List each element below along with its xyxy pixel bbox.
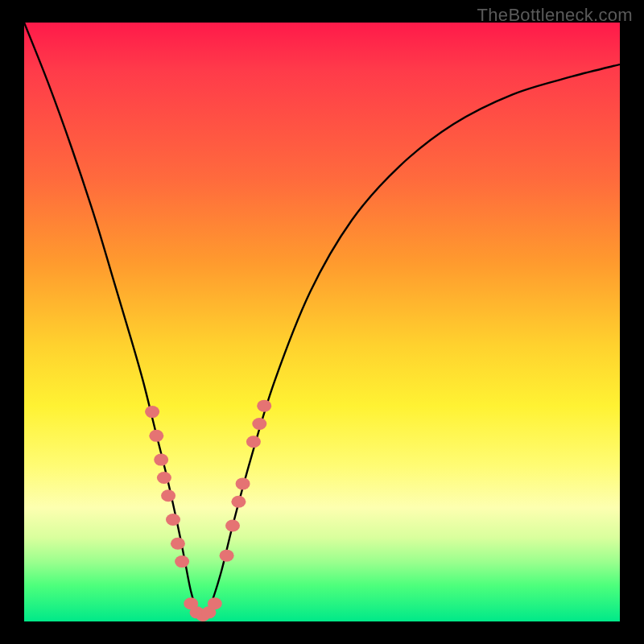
data-point: [149, 430, 163, 442]
data-point: [246, 436, 261, 448]
data-point: [208, 597, 222, 609]
data-point: [171, 538, 185, 550]
data-point: [225, 519, 240, 531]
data-point: [166, 514, 180, 526]
bottleneck-curve: [24, 23, 620, 616]
data-points: [145, 400, 271, 621]
chart-frame: TheBottleneck.com: [0, 0, 644, 644]
data-point: [157, 472, 171, 484]
curve-layer: [24, 23, 620, 621]
data-point: [175, 555, 189, 568]
data-point: [145, 406, 159, 418]
data-point: [257, 400, 271, 412]
data-point: [220, 550, 234, 562]
data-point: [231, 496, 246, 508]
data-point: [236, 477, 250, 489]
data-point: [154, 454, 168, 466]
data-point: [161, 489, 175, 502]
plot-area: [24, 23, 620, 621]
data-point: [252, 418, 266, 430]
